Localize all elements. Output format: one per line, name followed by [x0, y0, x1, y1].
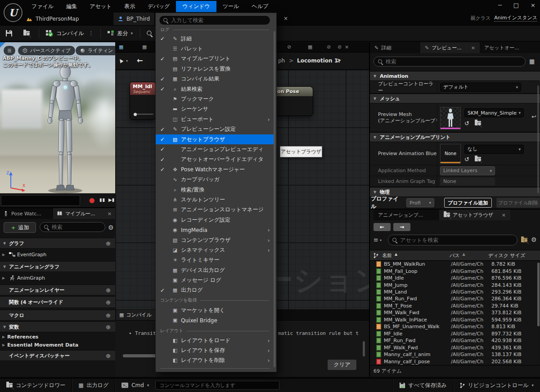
- menu-item[interactable]: ✓ ▧ コンテンツブラウザ ›: [156, 235, 274, 245]
- graph-tab-icon[interactable]: ⊘: [327, 44, 331, 50]
- menu-item[interactable]: ✓ ◧ レイアウトをロード ›: [156, 335, 274, 345]
- profile-dropdown[interactable]: Profi ▾: [406, 198, 434, 207]
- section-animation-blueprint[interactable]: ▼ アニメーションブループリント: [370, 132, 540, 142]
- asset-row[interactable]: MM_Walk_InPlace /All/Game/Ch 594.959 KiB: [370, 316, 537, 323]
- filter-icon[interactable]: ≡: [374, 236, 378, 243]
- search-input[interactable]: [386, 58, 522, 65]
- parent-class-link[interactable]: Animインスタンス: [494, 14, 537, 22]
- expand-caret-icon[interactable]: ▶: [0, 276, 7, 280]
- menu-scrollbar[interactable]: [274, 31, 275, 367]
- breadcrumb-current[interactable]: Locomotion 1:: [297, 58, 340, 64]
- tab-details[interactable]: ✎ 詳細: [370, 42, 420, 53]
- menu-search[interactable]: [159, 15, 270, 25]
- graph-tab-icon[interactable]: ⊘: [287, 44, 291, 50]
- reset-to-default-icon[interactable]: ↩: [531, 113, 536, 120]
- save-button[interactable]: [5, 30, 13, 37]
- asset-row[interactable]: MM_Jump /All/Game/Ch 284.143 KiB: [370, 281, 537, 288]
- tab-pose-watch[interactable]: Pose Watc...: [0, 208, 53, 219]
- output-log-button[interactable]: ▦ 出力ログ: [72, 379, 115, 392]
- asset-table-scrollbar[interactable]: [537, 263, 540, 326]
- preview-mesh-dropdown[interactable]: SKM_Manny_Simple ▾: [464, 108, 524, 117]
- node-scrub-track[interactable]: [135, 114, 153, 115]
- asset-row[interactable]: MM_Land /All/Game/Ch 293.296 KiB: [370, 289, 537, 295]
- section-mesh[interactable]: ▼ メッシュ: [370, 94, 540, 103]
- tab-asset-browser[interactable]: アセットブラウザ ×: [439, 209, 510, 220]
- node-scrub-handle[interactable]: [134, 113, 137, 116]
- menu-item[interactable]: ✓ ▤ リファレンスを置換 ›: [156, 64, 274, 74]
- viewport-menu-button[interactable]: ☰: [4, 46, 15, 55]
- menu-item[interactable]: ✓ アニメーションプレビューエディタ ›: [156, 144, 274, 154]
- console-input-box[interactable]: [155, 381, 279, 390]
- detail-view-options-icon[interactable]: ▦: [529, 58, 535, 65]
- menu-edit[interactable]: 編集: [60, 1, 83, 12]
- graph-tab-close-icon[interactable]: ×: [345, 44, 349, 50]
- maximize-button[interactable]: □: [513, 2, 519, 9]
- asset-row[interactable]: MM_Run_Fwd /All/Game/Ch 286.364 KiB: [370, 295, 537, 302]
- asset-row[interactable]: MF_Idle /All/Game/Ch 897.732 KiB: [370, 330, 537, 337]
- add-function-icon[interactable]: ⊕: [106, 299, 111, 306]
- pause-button[interactable]: ▮▮: [99, 197, 105, 202]
- find-icon[interactable]: [146, 30, 153, 36]
- asset-row[interactable]: MM_Idle /All/Game/Ch 876.596 KiB: [370, 275, 537, 281]
- asset-row[interactable]: MF_Walk_Fwd /All/Game/Ch 439.361 KiB: [370, 344, 537, 351]
- tab-compile-results[interactable]: ▦ コンパイル: [116, 310, 156, 320]
- section-event-dispatchers[interactable]: イベントディスパッチャー ⊕: [0, 350, 115, 361]
- tree-item-eventgraph[interactable]: ▶ EventGraph: [0, 249, 115, 259]
- menu-item[interactable]: ✓ ⚑ ブックマーク ›: [156, 94, 274, 104]
- vertical-scrollbar[interactable]: [363, 341, 365, 356]
- timeline-scrub-area[interactable]: [1, 195, 80, 206]
- show-in-content-browser-icon[interactable]: [521, 238, 527, 242]
- menu-item[interactable]: ✓ ⊞ アニメーションスロットマネージャー ›: [156, 205, 274, 215]
- menu-item[interactable]: ✓ ◧ レイアウトを保存 ›: [156, 345, 274, 355]
- profile-add-button[interactable]: プロファイル追加: [444, 198, 491, 208]
- pointer-caret-icon[interactable]: ▾: [126, 59, 128, 63]
- section-animation-layers[interactable]: アニメーションレイヤー ⊕: [0, 285, 115, 295]
- graph-tab-icon[interactable]: ▦: [142, 44, 147, 50]
- menu-item[interactable]: ✓ ▤ マイブループリント ›: [156, 54, 274, 64]
- tree-item-references[interactable]: ▶ References: [0, 333, 115, 340]
- asset-row[interactable]: MM_Walk_Fwd /All/Game/Ch 373.812 KiB: [370, 309, 537, 316]
- save-all-button[interactable]: すべて保存済み: [393, 379, 453, 392]
- menu-search-input[interactable]: [171, 17, 266, 23]
- tab-preview-scene[interactable]: ✎ プレビュー... ×: [420, 42, 480, 53]
- filter-caret-icon[interactable]: ▾: [380, 238, 382, 242]
- menu-asset[interactable]: アセット: [83, 1, 118, 12]
- add-macro-icon[interactable]: ⊕: [106, 312, 111, 319]
- breadcrumb-parent[interactable]: ph: [278, 58, 285, 64]
- add-layer-icon[interactable]: ⊕: [106, 287, 111, 294]
- preview-animbp-dropdown[interactable]: なし ▾: [464, 145, 524, 154]
- content-drawer-button[interactable]: コンテンツドロワー: [0, 379, 72, 392]
- asset-row[interactable]: MM_Fall_Loop /All/Game/Ch 681.845 KiB: [370, 267, 537, 274]
- menu-item[interactable]: ✓ ▦ デバイス出力ログ ›: [156, 265, 274, 275]
- asset-row[interactable]: Manny_calf_l_pose /All/Game/Ch 202.568 K…: [370, 358, 537, 365]
- tree-item-animgraph[interactable]: ▶ AnimGraph: [0, 273, 115, 283]
- column-header-name[interactable]: 名前 ▲: [382, 252, 450, 259]
- search-input[interactable]: [52, 224, 101, 230]
- expand-caret-icon[interactable]: ▶: [0, 253, 7, 257]
- asset-row[interactable]: BS_MF_Unarmed_Walk /All/Game/Ch 8.813 Ki…: [370, 323, 537, 330]
- preview-animbp-thumbnail[interactable]: None: [440, 144, 461, 164]
- menu-item[interactable]: ✓ ✎ 詳細 ›: [156, 34, 274, 44]
- preview-mesh-thumbnail[interactable]: [440, 107, 461, 129]
- menu-item[interactable]: ✓ ☰ パレット ›: [156, 44, 274, 53]
- graph-tab-icon[interactable]: ▦: [308, 44, 312, 50]
- cmd-selector[interactable]: >_ Cmd ▾: [115, 379, 155, 392]
- tab-close-icon[interactable]: ×: [502, 212, 506, 218]
- menu-item[interactable]: ✓ ✎ プレビューシーン設定 ›: [156, 125, 274, 134]
- menu-item[interactable]: ✓ ▧ アセットブラウザ ›: [156, 134, 274, 144]
- add-graph-icon[interactable]: ⊕: [106, 240, 111, 247]
- menu-item[interactable]: ✓ ✳ ライトミキサー ›: [156, 255, 274, 265]
- menu-item[interactable]: ✓ ▣ Quixel Bridge ›: [156, 315, 274, 325]
- tab-level[interactable]: ThirdPersonMap: [22, 13, 83, 25]
- column-header-size[interactable]: ディスク サイズ: [488, 252, 525, 259]
- browse-asset-button[interactable]: [23, 31, 30, 36]
- profile-remove-button[interactable]: プロファイル削除: [496, 198, 540, 208]
- add-variable-icon[interactable]: ⊕: [106, 324, 111, 330]
- revision-control-button[interactable]: リビジョンコントロール ▾: [454, 379, 540, 392]
- menu-item[interactable]: ✓ ▬ シーケンサ ›: [156, 104, 274, 114]
- details-scrollbar[interactable]: [537, 85, 539, 193]
- section-macros[interactable]: マクロ ⊕: [0, 310, 115, 321]
- expand-caret-icon[interactable]: ▶: [0, 335, 7, 339]
- details-search[interactable]: [374, 57, 526, 67]
- asset-row[interactable]: BS_MM_WalkRun /All/Game/Ch 8.782 KiB: [370, 261, 537, 267]
